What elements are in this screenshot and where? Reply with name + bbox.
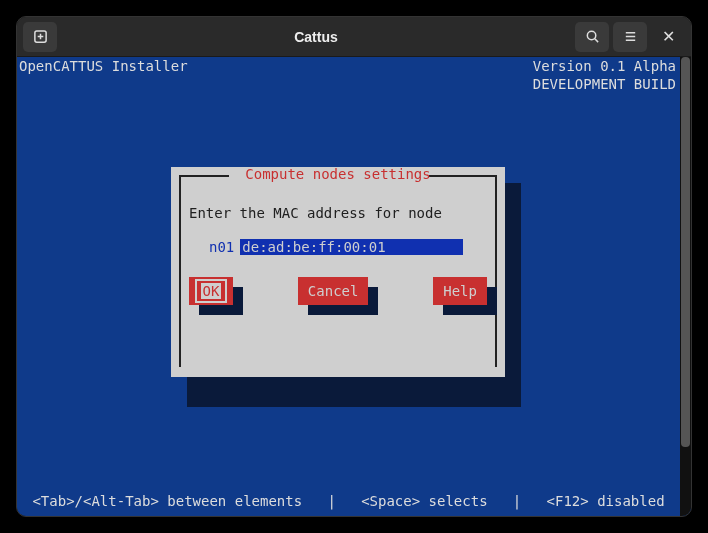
ok-button-label: OK [201, 283, 222, 299]
svg-line-4 [594, 39, 597, 42]
help-button[interactable]: Help [433, 277, 487, 305]
dialog-button-row: OK Cancel Help [189, 277, 487, 305]
hamburger-icon [623, 29, 638, 44]
installer-build: DEVELOPMENT BUILD [533, 75, 676, 93]
node-label: n01 [209, 239, 234, 255]
menu-button[interactable] [613, 22, 647, 52]
new-tab-button[interactable] [23, 22, 57, 52]
search-icon [585, 29, 600, 44]
scrollbar-thumb[interactable] [681, 57, 690, 447]
installer-header: OpenCATTUS Installer Version 0.1 Alpha D… [17, 57, 680, 93]
cancel-button[interactable]: Cancel [298, 277, 369, 305]
ok-button[interactable]: OK [189, 277, 233, 305]
dialog-title: Compute nodes settings [171, 166, 505, 182]
mac-input[interactable]: de:ad:be:ff:00:01_________ [240, 239, 463, 255]
dialog-prompt: Enter the MAC address for node [189, 205, 487, 221]
dialog-body: Enter the MAC address for node n01 de:ad… [189, 205, 487, 255]
app-window: Cattus ✕ OpenCATTUS Installer [16, 16, 692, 517]
new-tab-icon [33, 29, 48, 44]
help-button-label: Help [443, 283, 477, 299]
footer-hint: <Tab>/<Alt-Tab> between elements | <Spac… [17, 493, 680, 509]
close-button[interactable]: ✕ [651, 22, 685, 52]
window-title: Cattus [294, 29, 338, 45]
installer-version: Version 0.1 Alpha [533, 57, 676, 75]
titlebar: Cattus ✕ [17, 17, 691, 57]
search-button[interactable] [575, 22, 609, 52]
scrollbar[interactable] [680, 57, 691, 516]
dialog-frame [179, 175, 497, 367]
svg-point-3 [587, 31, 595, 39]
dialog: Compute nodes settings Enter the MAC add… [171, 167, 505, 377]
terminal-area: OpenCATTUS Installer Version 0.1 Alpha D… [17, 57, 691, 516]
close-icon: ✕ [662, 29, 675, 45]
installer-name: OpenCATTUS Installer [19, 57, 188, 75]
cancel-button-label: Cancel [308, 283, 359, 299]
